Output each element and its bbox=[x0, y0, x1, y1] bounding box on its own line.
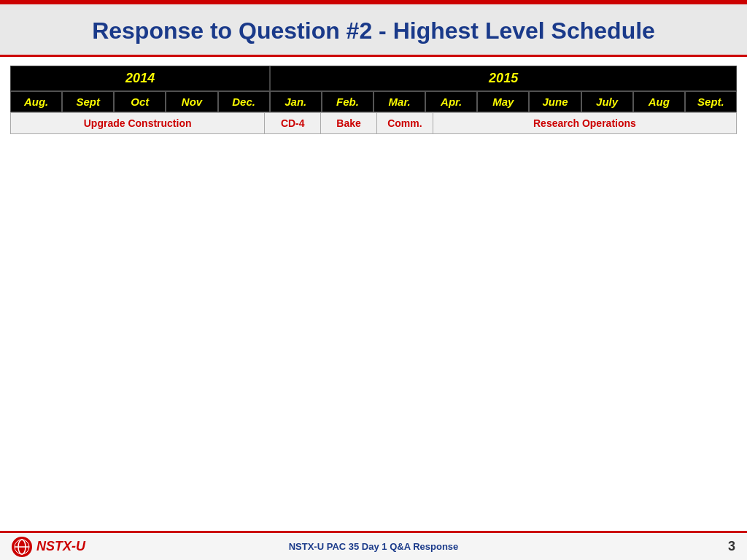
month-header-row: Aug. Sept Oct Nov Dec. Jan. Feb. Mar. Ap… bbox=[10, 91, 737, 112]
month-may-2015: May bbox=[477, 91, 529, 112]
activity-bake: Bake bbox=[321, 113, 377, 133]
month-jan-2015: Jan. bbox=[270, 91, 322, 112]
main-content-area bbox=[0, 143, 747, 435]
footer-center-text: NSTX-U PAC 35 Day 1 Q&A Response bbox=[289, 541, 459, 552]
month-sept-2014: Sept bbox=[62, 91, 114, 112]
year-header-row: 2014 2015 bbox=[10, 66, 737, 91]
activity-comm: Comm. bbox=[377, 113, 433, 133]
page-title: Response to Question #2 - Highest Level … bbox=[15, 18, 732, 44]
month-aug-2014: Aug. bbox=[10, 91, 62, 112]
month-aug-2015: Aug bbox=[633, 91, 685, 112]
logo-icon bbox=[12, 537, 32, 557]
schedule-area: 2014 2015 Aug. Sept Oct Nov Dec. Jan. Fe… bbox=[0, 57, 747, 143]
activity-row: Upgrade Construction CD-4 Bake Comm. Res… bbox=[10, 112, 737, 134]
month-nov-2014: Nov bbox=[166, 91, 217, 112]
activity-cd4: CD-4 bbox=[265, 113, 321, 133]
month-feb-2015: Feb. bbox=[322, 91, 374, 112]
month-mar-2015: Mar. bbox=[374, 91, 425, 112]
year-2014-cell: 2014 bbox=[10, 66, 270, 91]
month-june-2015: June bbox=[529, 91, 581, 112]
year-2015-cell: 2015 bbox=[270, 66, 737, 91]
month-july-2015: July bbox=[581, 91, 633, 112]
month-dec-2014: Dec. bbox=[218, 91, 270, 112]
title-area: Response to Question #2 - Highest Level … bbox=[0, 4, 747, 57]
footer-logo: NSTX-U bbox=[12, 537, 85, 557]
footer-logo-text: NSTX-U bbox=[36, 539, 85, 554]
footer-page-number: 3 bbox=[728, 539, 735, 554]
activity-research-operations: Research Operations bbox=[433, 113, 736, 133]
month-apr-2015: Apr. bbox=[425, 91, 477, 112]
footer-bar: NSTX-U NSTX-U PAC 35 Day 1 Q&A Response … bbox=[0, 531, 747, 560]
month-oct-2014: Oct bbox=[114, 91, 166, 112]
activity-upgrade-construction: Upgrade Construction bbox=[11, 113, 265, 133]
month-sept-2015: Sept. bbox=[685, 91, 737, 112]
